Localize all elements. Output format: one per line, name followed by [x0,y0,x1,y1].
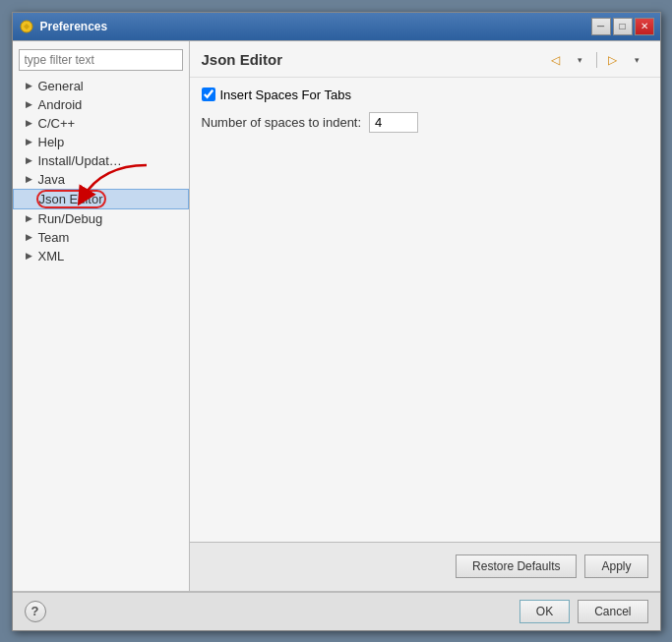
panel-body: Insert Spaces For Tabs Number of spaces … [190,78,660,542]
sidebar-item-cpp[interactable]: ▶ C/C++ [13,114,189,133]
window-controls: ─ □ ✕ [591,18,654,35]
indent-label: Number of spaces to indent: [202,115,362,130]
sidebar-item-java[interactable]: ▶ Java [13,170,189,189]
ok-button[interactable]: OK [519,600,570,623]
sidebar-item-label: Java [38,172,65,187]
forward-dropdown-button[interactable]: ▾ [627,49,648,71]
indent-spaces-row: Number of spaces to indent: [202,112,648,133]
window-icon [19,19,34,34]
sidebar-item-team[interactable]: ▶ Team [13,228,189,247]
filter-input[interactable] [19,49,183,71]
help-button[interactable]: ? [25,601,46,622]
arrow-icon: ▶ [25,174,34,184]
maximize-button[interactable]: □ [613,18,633,35]
arrow-icon [26,194,35,204]
forward-button[interactable]: ▷ [602,49,624,71]
restore-defaults-button[interactable]: Restore Defaults [456,554,577,578]
back-button[interactable]: ◁ [545,49,567,71]
footer-right: OK Cancel [519,600,648,623]
sidebar-item-label: Json Editor [39,192,103,206]
panel-title: Json Editor [202,51,283,68]
arrow-icon: ▶ [25,232,34,242]
sidebar-item-label: Install/Updat… [38,153,122,168]
arrow-icon: ▶ [25,213,34,223]
footer-left: ? [25,601,46,622]
sidebar-item-label: Android [38,97,83,112]
insert-spaces-label: Insert Spaces For Tabs [220,88,351,102]
sidebar-item-android[interactable]: ▶ Android [13,95,189,114]
sidebar-item-run-debug[interactable]: ▶ Run/Debug [13,209,189,228]
window-title: Preferences [40,20,591,33]
bottom-bar: Restore Defaults Apply [190,542,660,591]
window-body: ▶ General ▶ Android ▶ C/C++ ▶ Help ▶ I [13,40,660,630]
insert-spaces-row: Insert Spaces For Tabs [202,88,648,102]
indent-value-input[interactable] [369,112,418,133]
cancel-button[interactable]: Cancel [578,600,647,623]
insert-spaces-checkbox[interactable] [202,88,215,101]
preferences-window: Preferences ─ □ ✕ ▶ General ▶ Android [12,12,661,631]
arrow-icon: ▶ [25,251,34,261]
arrow-icon: ▶ [25,81,34,90]
sidebar-item-label: General [38,79,84,93]
sidebar-item-label: Run/Debug [38,211,103,226]
panel-header: Json Editor ◁ ▾ ▷ ▾ [190,41,660,78]
sidebar-item-label: Team [38,230,70,245]
sidebar-item-label: Help [38,135,65,149]
back-dropdown-button[interactable]: ▾ [570,49,591,71]
arrow-icon: ▶ [25,99,34,109]
title-bar: Preferences ─ □ ✕ [13,13,660,40]
arrow-icon: ▶ [25,155,34,165]
apply-button[interactable]: Apply [584,554,647,578]
sidebar-item-xml[interactable]: ▶ XML [13,247,189,265]
toolbar-separator [596,52,597,68]
arrow-icon: ▶ [25,118,34,128]
sidebar-item-help[interactable]: ▶ Help [13,133,189,151]
sidebar: ▶ General ▶ Android ▶ C/C++ ▶ Help ▶ I [13,41,190,591]
minimize-button[interactable]: ─ [591,18,611,35]
sidebar-item-label: XML [38,249,65,263]
close-button[interactable]: ✕ [635,18,654,35]
panel-toolbar: ◁ ▾ ▷ ▾ [545,49,648,71]
main-panel: Json Editor ◁ ▾ ▷ ▾ Insert Spaces For Ta… [190,41,660,591]
sidebar-item-general[interactable]: ▶ General [13,77,189,95]
footer: ? OK Cancel [13,591,660,630]
sidebar-item-install[interactable]: ▶ Install/Updat… [13,151,189,170]
sidebar-item-label: C/C++ [38,116,76,131]
sidebar-item-json-editor[interactable]: Json Editor [13,189,189,209]
main-content: ▶ General ▶ Android ▶ C/C++ ▶ Help ▶ I [13,40,660,591]
arrow-icon: ▶ [25,137,34,146]
